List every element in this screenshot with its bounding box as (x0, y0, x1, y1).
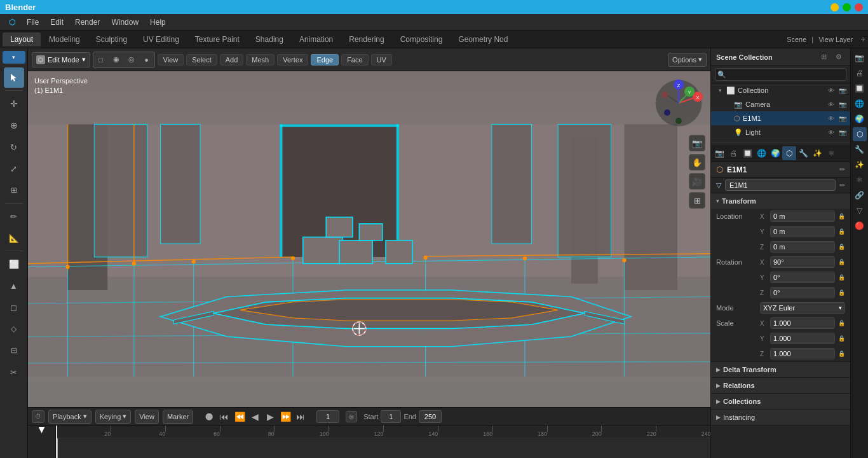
tab-animation[interactable]: Animation (292, 32, 341, 46)
solid-btn[interactable]: ◉ (109, 53, 123, 67)
move-tool-btn[interactable]: ⊕ (4, 115, 24, 135)
rot-y-lock[interactable]: 🔒 (837, 274, 845, 281)
menu-window[interactable]: Window (106, 17, 144, 28)
play-btn[interactable]: ▶ (263, 410, 277, 424)
loc-z-value[interactable]: 0 m (770, 241, 835, 253)
timeline-type-icon[interactable]: ⏱ (32, 410, 44, 423)
rot-x-value[interactable]: 90° (770, 256, 835, 268)
instancing-header[interactable]: ▶ Instancing (711, 410, 850, 425)
props-physics-tab[interactable]: ⚛ (824, 146, 838, 160)
scale-x-value[interactable]: 1.000 (770, 317, 835, 329)
timeline-ruler[interactable]: 120406080100120140160180200220240 (56, 426, 710, 458)
light-vis-btn[interactable]: 👁 (826, 127, 836, 137)
e1m1-item[interactable]: ⬡ E1M1 👁 📷 (711, 111, 850, 125)
jump-end-btn[interactable]: ⏭ (294, 410, 308, 424)
menu-render[interactable]: Render (70, 17, 105, 28)
tab-compositing[interactable]: Compositing (393, 32, 451, 46)
face-btn[interactable]: Face (341, 54, 368, 66)
tab-geometry-nodes[interactable]: Geometry Nod (451, 32, 515, 46)
select-btn[interactable]: Select (186, 54, 217, 66)
start-frame-input[interactable]: 1 (381, 410, 401, 423)
loc-x-lock[interactable]: 🔒 (837, 212, 845, 220)
props-tab-constraints[interactable]: 🔗 (853, 188, 867, 202)
inset-btn[interactable]: ◻ (4, 297, 24, 317)
cursor-tool-btn[interactable]: ✛ (4, 94, 24, 114)
prev-keyframe-btn[interactable]: ⏪ (233, 410, 247, 424)
collections-header[interactable]: ▶ Collections (711, 394, 850, 409)
annotate-btn[interactable]: ✏ (4, 206, 24, 226)
light-render-btn[interactable]: 📷 (837, 127, 848, 137)
props-tab-data[interactable]: ▽ (853, 204, 867, 218)
mesh-btn[interactable]: Mesh (246, 54, 275, 66)
bevel-btn[interactable]: ◇ (4, 319, 24, 339)
timeline-view-btn[interactable]: View (135, 410, 159, 424)
props-tab-viewlayer[interactable]: 🔲 (853, 81, 867, 95)
props-tab-modifier[interactable]: 🔧 (853, 142, 867, 156)
e1m1-vis-btn[interactable]: 👁 (826, 113, 836, 123)
scale-y-lock[interactable]: 🔒 (837, 335, 845, 342)
tab-layout[interactable]: Layout (3, 32, 41, 46)
wireframe-btn[interactable]: □ (94, 53, 108, 67)
light-item[interactable]: 💡 Light 👁 📷 (711, 125, 850, 139)
props-world-tab[interactable]: 🌍 (768, 146, 782, 160)
tab-shading[interactable]: Shading (248, 32, 291, 46)
mesh-data-edit-btn[interactable]: ✏ (839, 181, 845, 190)
mode-selector[interactable]: ▾ (3, 51, 25, 64)
filter-btn[interactable]: ⊞ (817, 51, 830, 64)
delta-transform-header[interactable]: ▶ Delta Transform (711, 362, 850, 377)
rot-z-lock[interactable]: 🔒 (837, 289, 845, 296)
select-tool-btn[interactable] (4, 67, 24, 88)
props-tab-particles[interactable]: ✨ (853, 158, 867, 172)
outliner-settings-btn[interactable]: ⚙ (832, 51, 845, 64)
tab-uv-editing[interactable]: UV Editing (135, 32, 187, 46)
marker-btn[interactable]: Marker (163, 410, 193, 424)
render-btn[interactable]: ● (140, 53, 154, 67)
edit-mode-dropdown[interactable]: ⬡ Edit Mode ▾ (32, 52, 90, 67)
transform-tool-btn[interactable]: ⊞ (4, 180, 24, 200)
props-tab-scene[interactable]: 🌐 (853, 97, 867, 111)
view-btn[interactable]: View (158, 54, 184, 66)
play-reverse-btn[interactable]: ◀ (248, 410, 262, 424)
tab-sculpting[interactable]: Sculpting (88, 32, 135, 46)
jump-start-btn[interactable]: ⏮ (217, 410, 231, 424)
menu-blender[interactable]: ⬡ (4, 17, 20, 28)
rotate-tool-btn[interactable]: ↻ (4, 137, 24, 157)
extrude-btn[interactable]: ▲ (4, 275, 24, 296)
relations-header[interactable]: ▶ Relations (711, 378, 850, 393)
uv-btn[interactable]: UV (371, 54, 392, 66)
collection-vis-btn[interactable]: 👁 (826, 85, 836, 95)
edge-btn[interactable]: Edge (311, 54, 339, 66)
minimize-button[interactable] (831, 3, 839, 11)
props-view-layer-tab[interactable]: 🔲 (740, 146, 754, 160)
loop-cut-btn[interactable]: ⊟ (4, 340, 24, 361)
playback-dropdown[interactable]: Playback▾ (48, 410, 92, 424)
loc-z-lock[interactable]: 🔒 (837, 243, 845, 251)
scale-y-value[interactable]: 1.000 (770, 333, 835, 344)
camera-item[interactable]: 📷 Camera 👁 📷 (711, 97, 850, 111)
rot-x-lock[interactable]: 🔒 (837, 258, 845, 266)
scale-z-value[interactable]: 1.000 (770, 348, 835, 359)
scale-x-lock[interactable]: 🔒 (837, 319, 845, 327)
props-tab-world[interactable]: 🌍 (853, 112, 867, 126)
end-frame-input[interactable]: 250 (419, 410, 442, 423)
tab-texture-paint[interactable]: Texture Paint (187, 32, 247, 46)
menu-help[interactable]: Help (145, 17, 171, 28)
menu-edit[interactable]: Edit (45, 17, 69, 28)
collection-render-btn[interactable]: 📷 (837, 85, 848, 95)
knife-btn[interactable]: ✂ (4, 362, 24, 382)
close-button[interactable] (855, 3, 863, 11)
props-tab-physics[interactable]: ⚛ (853, 173, 867, 187)
e1m1-render-btn[interactable]: 📷 (837, 113, 848, 123)
add-workspace-btn[interactable]: + (860, 34, 865, 44)
nav-gizmo[interactable]: X Y Z (653, 78, 704, 128)
props-object-tab[interactable]: ⬡ (782, 146, 796, 160)
maximize-button[interactable] (843, 3, 851, 11)
outliner-search-input[interactable] (715, 68, 846, 81)
fps-btn[interactable]: ◎ (346, 411, 357, 422)
props-scene-tab[interactable]: 🌐 (754, 146, 768, 160)
props-modifiers-tab[interactable]: 🔧 (796, 146, 810, 160)
camera-render-btn[interactable]: 📷 (837, 99, 848, 109)
mesh-data-name[interactable]: E1M1 (725, 179, 836, 191)
loc-y-lock[interactable]: 🔒 (837, 228, 845, 235)
keying-dropdown[interactable]: Keying▾ (95, 410, 132, 424)
